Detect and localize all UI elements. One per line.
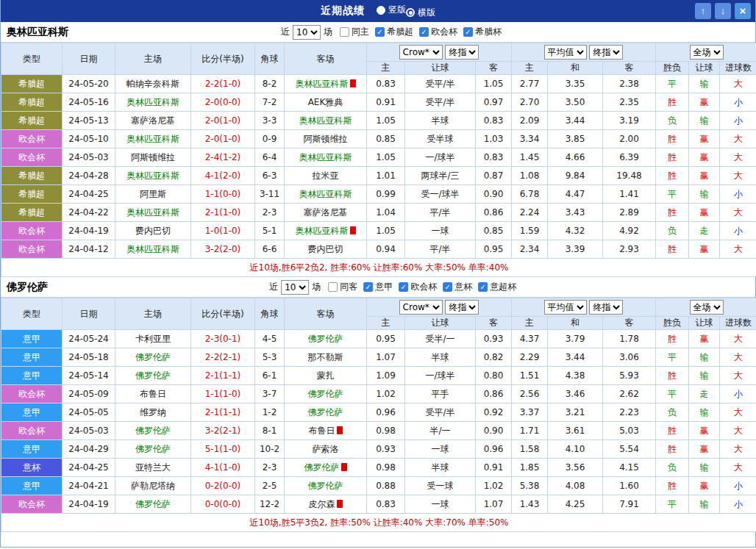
filter-checkbox-希腊杯[interactable]: ✓希腊杯 [463,26,502,38]
score-link[interactable]: 0-0(0-0) [205,499,241,509]
scroll-up-button[interactable]: ↑ [695,3,711,19]
away-team-name[interactable]: 布鲁日 [309,426,335,436]
score-link[interactable]: 2-0(1-0) [205,134,241,144]
home-team-name[interactable]: 萨勒尼塔纳 [131,481,175,491]
away-team-name[interactable]: 佛罗伦萨 [304,462,340,473]
home-team-name[interactable]: 奥林匹亚科斯 [126,207,179,218]
checkbox-icon[interactable] [328,282,338,292]
score-link[interactable]: 2-2(1-0) [205,79,241,89]
filter-checkbox-意超杯[interactable]: ✓意超杯 [478,281,516,293]
score-link[interactable]: 2-4(1-2) [205,152,241,162]
home-team-name[interactable]: 维罗纳 [140,407,166,417]
away-team-name[interactable]: 奥林匹亚科斯 [296,79,349,89]
filter-checkbox-欧会杯[interactable]: ✓欧会杯 [399,281,437,293]
score-link[interactable]: 2-0(0-0) [205,97,241,107]
away-team-name[interactable]: 那不勒斯 [308,352,343,362]
match-row: 希腊超24-04-22奥林匹亚科斯2-1(1-0)2-3塞萨洛尼基1.04平/半… [1,204,756,222]
checkbox-icon[interactable]: ✓ [478,282,488,292]
asia-odds-stage-select[interactable]: 终指 [445,300,479,315]
result-goals: 小 [720,222,756,240]
score-link[interactable]: 1-0(1-0) [205,226,241,236]
games-count-select[interactable]: 10 [293,25,321,40]
checkbox-icon[interactable]: ✓ [375,27,385,37]
home-team-name[interactable]: 奥林匹亚科斯 [126,171,179,181]
checkbox-icon[interactable]: ✓ [419,27,429,37]
home-team-name[interactable]: 费内巴切 [135,226,171,236]
checkbox-icon[interactable]: ✓ [443,282,452,292]
score-link[interactable]: 2-1(1-0) [205,207,241,218]
scope-select[interactable]: 全场 [690,45,724,60]
home-team-name[interactable]: 佛罗伦萨 [135,370,171,381]
scope-select[interactable]: 全场 [690,300,724,315]
checkbox-icon[interactable]: ✓ [399,282,408,292]
home-team-name[interactable]: 阿里斯 [140,189,166,199]
away-team-name[interactable]: 皮尔森 [309,499,335,509]
euro-odds-stage-select[interactable]: 终指 [589,300,623,315]
layout-radio-vertical[interactable]: 竖版 [377,4,406,16]
home-team-name[interactable]: 奥林匹亚科斯 [126,97,179,107]
away-team-name[interactable]: 佛罗伦萨 [308,389,343,399]
home-team-name[interactable]: 佛罗伦萨 [135,444,171,454]
euro-odds-stage-select[interactable]: 终指 [589,45,623,60]
score-link[interactable]: 2-0(1-0) [205,115,241,126]
filter-checkbox-希腊超[interactable]: ✓希腊超 [375,26,413,38]
home-team-name[interactable]: 奥林匹亚科斯 [126,244,179,254]
score-link[interactable]: 4-1(2-0) [205,171,241,181]
filter-checkbox-意杯[interactable]: ✓意杯 [443,281,472,293]
competition-badge: 意甲 [1,403,63,422]
away-team-name[interactable]: 萨索洛 [313,444,339,454]
score-link[interactable]: 3-2(2-0) [205,244,241,254]
away-team-name[interactable]: 蒙扎 [317,370,335,381]
checkbox-icon[interactable]: ✓ [363,282,373,292]
away-team-name[interactable]: 塞萨洛尼基 [304,207,348,218]
home-team-name[interactable]: 塞萨洛尼基 [131,115,175,126]
away-team-name[interactable]: 奥林匹亚科斯 [299,115,352,126]
filter-checkbox-同客[interactable]: 同客 [328,281,357,293]
away-team-name[interactable]: AEK雅典 [308,97,343,107]
layout-radio-horizontal[interactable]: 横版 [406,7,435,19]
scroll-down-button[interactable]: ↓ [715,3,731,19]
home-team-name[interactable]: 亚特兰大 [135,462,171,473]
score-link[interactable]: 5-1(1-0) [205,444,241,454]
score-link[interactable]: 2-2(2-1) [205,352,241,362]
games-count-select[interactable]: 10 [281,280,309,295]
score-link[interactable]: 1-1(0-0) [205,189,241,199]
home-team-name[interactable]: 帕纳辛奈科斯 [126,79,179,89]
score-link[interactable]: 1-1(1-0) [205,389,241,399]
away-team-name[interactable]: 奥林匹亚科斯 [299,152,352,162]
asia-home-odds: 0.99 [367,185,405,204]
filter-checkbox-欧会杯[interactable]: ✓欧会杯 [419,26,457,38]
away-team-name[interactable]: 奥林匹亚科斯 [299,189,352,199]
away-team-name[interactable]: 费内巴切 [308,244,343,254]
away-team-name[interactable]: 阿斯顿维拉 [304,134,348,144]
euro-odds-type-select[interactable]: 平均值 [544,45,587,60]
euro-odds-type-select[interactable]: 平均值 [544,300,587,315]
away-team-name[interactable]: 佛罗伦萨 [308,407,343,417]
bookmaker-select[interactable]: Crow* [399,45,443,60]
red-card-icon [341,463,347,471]
checkbox-icon[interactable] [340,27,349,37]
away-team-name[interactable]: 佛罗伦萨 [308,334,343,344]
bookmaker-select[interactable]: Crow* [399,300,443,315]
home-team-name[interactable]: 布鲁日 [140,389,166,399]
score-link[interactable]: 2-1(1-1) [205,370,241,381]
away-team-name[interactable]: 拉米亚 [313,171,339,181]
asia-odds-stage-select[interactable]: 终指 [445,45,479,60]
away-team-name[interactable]: 奥林匹亚科斯 [296,226,349,236]
score-link[interactable]: 0-2(0-0) [205,481,241,491]
checkbox-icon[interactable]: ✓ [463,27,473,37]
home-team-name[interactable]: 卡利亚里 [135,334,171,344]
away-team-name[interactable]: 佛罗伦萨 [308,481,343,491]
score-link[interactable]: 4-1(1-0) [205,462,241,473]
home-team-name[interactable]: 佛罗伦萨 [135,426,171,436]
score-link[interactable]: 2-1(1-1) [205,407,241,417]
home-team-name[interactable]: 奥林匹亚科斯 [126,134,179,144]
home-team-name[interactable]: 佛罗伦萨 [135,499,171,509]
filter-checkbox-同主[interactable]: 同主 [340,26,369,38]
score-link[interactable]: 2-3(0-1) [205,334,241,344]
score-link[interactable]: 3-2(2-1) [205,426,241,436]
close-button[interactable]: × [735,3,751,19]
home-team-name[interactable]: 阿斯顿维拉 [131,152,175,162]
filter-checkbox-意甲[interactable]: ✓意甲 [363,281,393,293]
home-team-name[interactable]: 佛罗伦萨 [135,352,171,362]
